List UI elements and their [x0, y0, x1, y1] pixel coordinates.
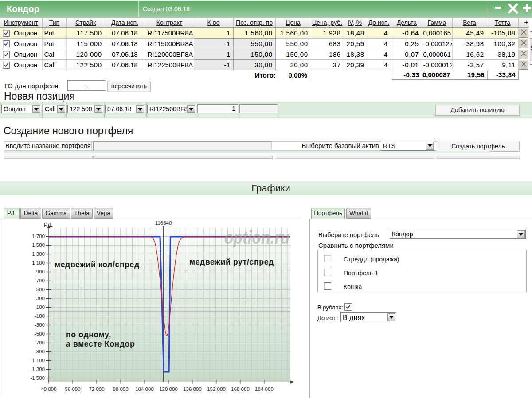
svg-text:1 100: 1 100 [32, 260, 45, 265]
svg-text:184 000: 184 000 [255, 386, 274, 392]
svg-text:-300: -300 [35, 322, 45, 328]
svg-text:-1 100: -1 100 [30, 358, 45, 363]
svg-text:116640: 116640 [155, 220, 172, 226]
svg-text:104 000: 104 000 [135, 386, 154, 392]
svg-text:152 000: 152 000 [207, 386, 226, 392]
svg-text:медвежий кол/спред: медвежий кол/спред [55, 260, 140, 269]
svg-text:option.ru: option.ru [224, 227, 289, 247]
svg-text:500: 500 [36, 287, 45, 292]
svg-text:168 000: 168 000 [231, 386, 250, 392]
svg-text:а вместе Кондор: а вместе Кондор [66, 339, 135, 348]
svg-text:88 000: 88 000 [113, 386, 128, 392]
svg-text:по одному,: по одному, [66, 330, 111, 339]
svg-text:300: 300 [36, 296, 45, 301]
svg-text:1 500: 1 500 [32, 242, 45, 248]
svg-text:медвежий рут/спред: медвежий рут/спред [189, 258, 274, 266]
svg-text:-100: -100 [35, 313, 45, 319]
svg-text:1 300: 1 300 [32, 251, 45, 257]
svg-text:-900: -900 [35, 349, 45, 354]
svg-text:-1 300: -1 300 [30, 367, 45, 372]
svg-text:P/L: P/L [44, 222, 53, 228]
svg-text:700: 700 [36, 278, 45, 283]
svg-text:900: 900 [36, 269, 45, 274]
svg-text:136 000: 136 000 [183, 386, 202, 392]
svg-text:120 000: 120 000 [159, 386, 178, 392]
svg-text:-1 500: -1 500 [30, 375, 45, 381]
svg-text:40 000: 40 000 [41, 386, 56, 392]
svg-text:72 000: 72 000 [89, 386, 104, 392]
svg-text:-500: -500 [35, 331, 45, 336]
svg-text:100: 100 [36, 304, 45, 310]
svg-text:-700: -700 [35, 340, 45, 345]
svg-text:56 000: 56 000 [65, 386, 80, 392]
svg-text:1 700: 1 700 [32, 234, 45, 239]
